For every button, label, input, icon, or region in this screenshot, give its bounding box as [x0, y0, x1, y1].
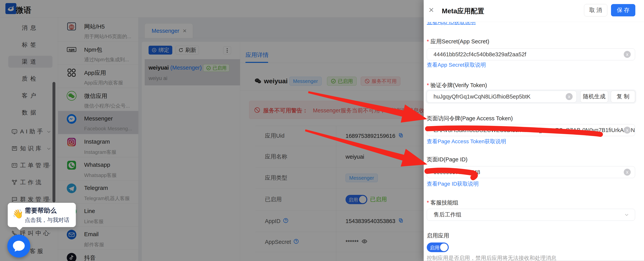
clear-icon[interactable]: x	[624, 127, 631, 134]
skill-group-label: *客服技能组	[427, 199, 458, 207]
verify-token-input[interactable]: huJgqyQfrGq1wCqN8LiGfhioB5ep5btK x	[427, 91, 577, 103]
page-access-token-label: 页面访问令牌(Page Access Token)	[427, 115, 513, 122]
help-subtitle: 点击我，与我对话	[25, 216, 70, 224]
app-secret-help-link[interactable]: 查看App Secret获取说明	[427, 61, 486, 69]
page-id-input[interactable]: 000000070700548 x	[427, 166, 635, 178]
copy-token-button[interactable]: 复 制	[611, 91, 635, 103]
page-access-token-help-link[interactable]: 查看Page Access Token获取说明	[427, 138, 506, 145]
page-id-label: 页面ID(Page ID)	[427, 156, 468, 163]
enable-app-label: 启用应用	[427, 232, 449, 240]
config-drawer: 查看App ID获取说明 *应用Secret(App Secret) 44461…	[424, 0, 644, 261]
verify-token-label: *验证令牌(Verify Token)	[427, 81, 487, 89]
drawer-header: × Meta应用配置 取 消 保 存	[424, 0, 644, 22]
generate-token-button[interactable]: 随机生成	[580, 91, 608, 103]
clear-icon[interactable]: x	[624, 169, 631, 176]
chat-bubble-icon	[7, 235, 30, 258]
skill-group-select[interactable]: 售后工作组	[427, 209, 635, 221]
wave-emoji-icon: 👋	[12, 209, 23, 219]
app-secret-input[interactable]: 44461bb5f22cf4c540b8e329af2aa52f x	[427, 48, 635, 60]
page-access-token-input[interactable]: EAAV8HSdkm0cBOZCWZC0Dl8ck4t5eHPjjhO1zZCq…	[427, 124, 635, 136]
app-secret-label: *应用Secret(App Secret)	[427, 38, 489, 45]
clear-icon[interactable]: x	[566, 93, 572, 100]
chevron-down-icon	[624, 212, 629, 217]
drawer-close-icon[interactable]: ×	[429, 5, 434, 14]
drawer-body: 查看App ID获取说明 *应用Secret(App Secret) 44461…	[424, 0, 644, 261]
drawer-title: Meta应用配置	[442, 6, 484, 16]
enable-app-toggle[interactable]: 启用	[427, 243, 449, 252]
clear-icon[interactable]: x	[624, 51, 631, 58]
screen: 微语 消息标签渠道质检客户数据AI助手知识库工单管理工作流群发管理呼叫中心 客服…	[0, 0, 644, 261]
cancel-button[interactable]: 取 消	[584, 4, 607, 16]
page-id-help-link[interactable]: 查看Page ID获取说明	[427, 180, 479, 188]
help-title: 需要帮助么	[25, 206, 56, 215]
help-tooltip[interactable]: 👋 需要帮助么 点击我，与我对话	[8, 203, 76, 227]
enable-app-helper: 控制应用是否启用，禁用后应用将无法接收和处理消息	[427, 255, 556, 261]
drawer-bottom-divider	[424, 261, 644, 261]
save-button[interactable]: 保 存	[611, 4, 635, 16]
chat-fab-button[interactable]	[7, 235, 30, 258]
